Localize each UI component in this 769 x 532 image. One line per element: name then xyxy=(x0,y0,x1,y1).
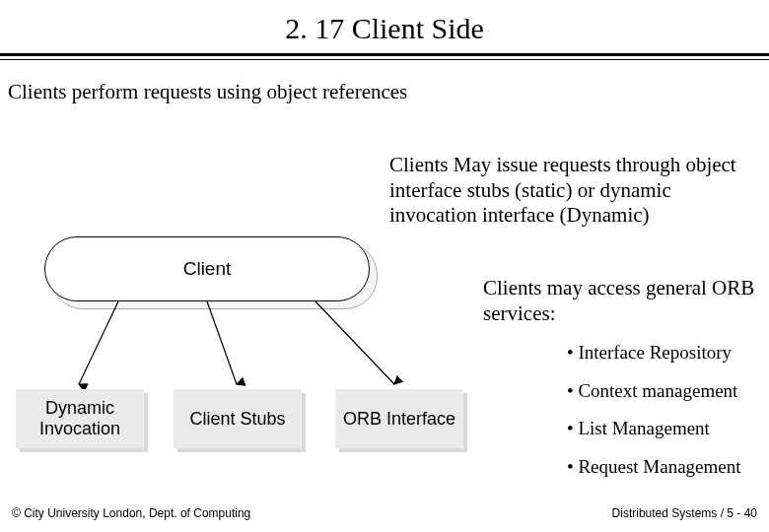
slide-title: 2. 17 Client Side xyxy=(0,0,769,53)
box-client-stubs: Client Stubs xyxy=(174,389,302,448)
title-divider xyxy=(0,53,769,65)
bullet-item: • Context management xyxy=(567,378,769,405)
box-label: ORB Interface xyxy=(343,409,455,430)
intro-text: Clients perform requests using object re… xyxy=(0,65,769,104)
paragraph-static-dynamic: Clients May issue requests through objec… xyxy=(389,153,754,229)
paragraph-orb-services: Clients may access general ORB services: xyxy=(483,276,759,326)
svg-line-2 xyxy=(315,301,394,384)
box-orb-interface: ORB Interface xyxy=(335,389,463,448)
bullet-item: • List Management xyxy=(567,416,769,442)
client-oval: Client xyxy=(44,236,370,301)
svg-line-1 xyxy=(207,301,237,384)
bullet-item: • Request Management xyxy=(567,454,769,481)
svg-line-0 xyxy=(79,301,118,384)
client-label: Client xyxy=(183,258,232,280)
bullet-item: • Interface Repository xyxy=(567,340,769,366)
footer-right: Distributed Systems / 5 - 40 xyxy=(612,506,757,520)
slide-footer: © City University London, Dept. of Compu… xyxy=(12,506,757,520)
footer-left: © City University London, Dept. of Compu… xyxy=(12,506,250,520)
box-label: Dynamic Invocation xyxy=(16,398,144,438)
box-dynamic-invocation: Dynamic Invocation xyxy=(16,389,144,448)
box-label: Client Stubs xyxy=(189,409,285,430)
bullet-list: • Interface Repository • Context managem… xyxy=(567,340,769,492)
